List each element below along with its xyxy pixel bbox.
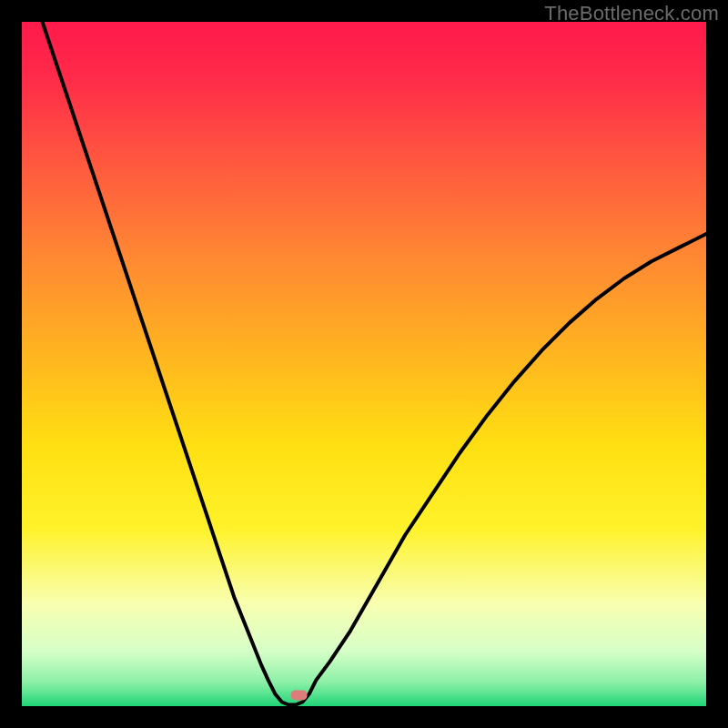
chart-frame — [22, 22, 706, 706]
chart-svg — [22, 22, 706, 706]
minimum-marker — [291, 691, 308, 701]
watermark-text: TheBottleneck.com — [544, 2, 719, 25]
chart-plot-area — [22, 22, 706, 706]
